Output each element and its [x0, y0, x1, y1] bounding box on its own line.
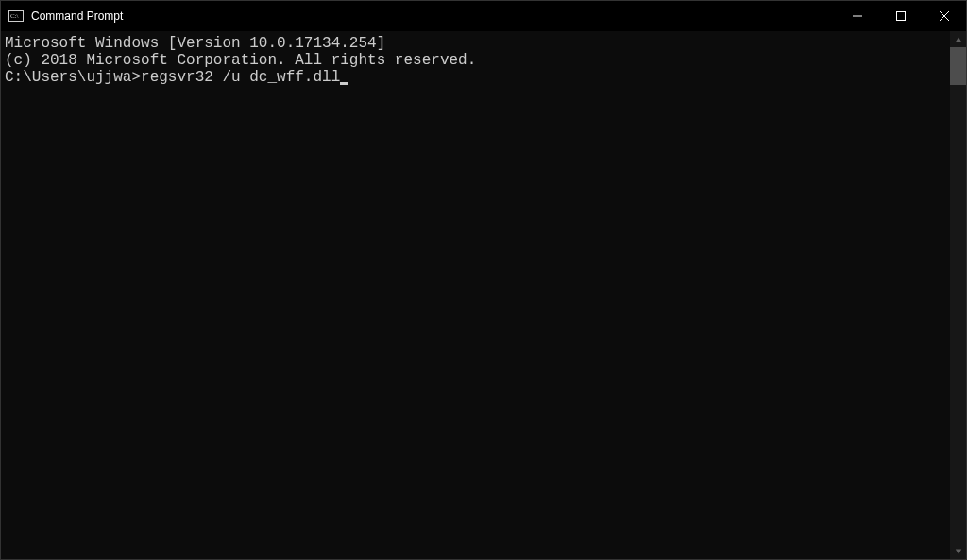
scroll-thumb[interactable] [950, 47, 966, 85]
titlebar[interactable]: C:\ Command Prompt [1, 1, 966, 31]
terminal-output[interactable]: Microsoft Windows [Version 10.0.17134.25… [1, 31, 950, 559]
content-area: Microsoft Windows [Version 10.0.17134.25… [1, 31, 966, 559]
terminal-command: regsvr32 /u dc_wff.dll [141, 69, 340, 86]
terminal-line: (c) 2018 Microsoft Corporation. All righ… [5, 52, 950, 69]
vertical-scrollbar[interactable] [950, 31, 966, 559]
svg-marker-6 [955, 37, 960, 42]
text-cursor [340, 82, 348, 85]
window-controls [836, 1, 966, 31]
svg-rect-3 [897, 12, 906, 21]
svg-text:C:\: C:\ [10, 12, 19, 20]
scroll-track[interactable] [950, 47, 966, 543]
scroll-down-arrow[interactable] [950, 543, 966, 559]
svg-marker-7 [955, 549, 960, 553]
cmd-icon: C:\ [8, 8, 24, 24]
close-button[interactable] [923, 1, 966, 31]
terminal-line: Microsoft Windows [Version 10.0.17134.25… [5, 35, 950, 52]
scroll-up-arrow[interactable] [950, 31, 966, 47]
terminal-prompt: C:\Users\ujjwa> [5, 69, 141, 86]
window-title: Command Prompt [31, 9, 836, 23]
maximize-button[interactable] [879, 1, 923, 31]
minimize-button[interactable] [836, 1, 879, 31]
command-prompt-window: C:\ Command Prompt Microsoft Windows [Ve… [0, 0, 967, 560]
terminal-prompt-line: C:\Users\ujjwa>regsvr32 /u dc_wff.dll [5, 69, 950, 86]
